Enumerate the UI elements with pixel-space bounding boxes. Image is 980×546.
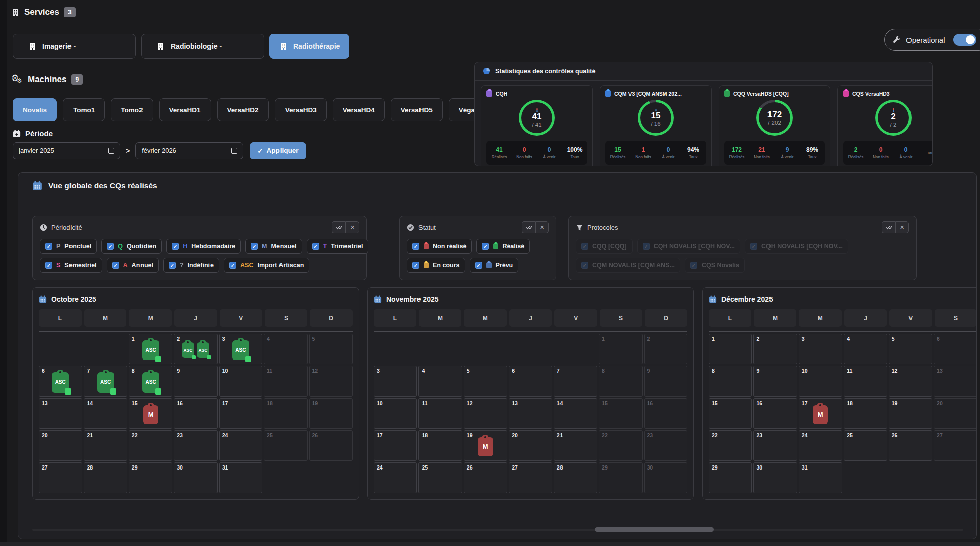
day-cell[interactable]: 10: [374, 398, 417, 429]
qc-badge-asc[interactable]: ASC: [142, 340, 159, 360]
periodicite-chip[interactable]: PPonctuel: [40, 239, 97, 254]
statut-chip[interactable]: Prévu: [470, 258, 519, 273]
day-cell[interactable]: 10: [799, 366, 842, 397]
day-cell[interactable]: 31: [219, 462, 262, 493]
periodicite-chip[interactable]: HHebdomadaire: [166, 239, 241, 254]
select-all-button[interactable]: [332, 221, 345, 233]
statut-chip[interactable]: Non réalisé: [407, 239, 472, 254]
day-cell[interactable]: 19: [889, 398, 932, 429]
day-cell[interactable]: 16: [753, 398, 797, 429]
horizontal-scrollbar-thumb[interactable]: [595, 527, 714, 532]
day-cell[interactable]: 12: [889, 366, 932, 397]
day-cell[interactable]: 1: [709, 334, 752, 364]
machine-button-3[interactable]: Tomo2: [111, 98, 153, 121]
day-cell[interactable]: 12: [309, 366, 353, 397]
statut-chip[interactable]: En cours: [407, 258, 465, 273]
day-cell[interactable]: 9: [753, 366, 797, 397]
day-cell[interactable]: 3ASC: [219, 334, 262, 364]
qc-badge-asc[interactable]: ASC: [52, 372, 69, 393]
qc-badge-asc[interactable]: ASC: [197, 342, 209, 358]
day-cell[interactable]: 23: [174, 430, 217, 461]
day-cell[interactable]: 25: [844, 430, 887, 461]
machine-button-6[interactable]: VersaHD3: [275, 98, 327, 121]
date-to-input[interactable]: février 2026: [135, 142, 243, 159]
day-cell[interactable]: 4: [418, 366, 462, 397]
day-cell[interactable]: 8: [709, 366, 752, 397]
periodicite-chip[interactable]: ?Indéfinie: [163, 258, 219, 273]
machine-button-1[interactable]: Novalis: [13, 98, 57, 121]
qc-badge-asc[interactable]: ASC: [182, 342, 194, 358]
protocoles-chip[interactable]: CQH NOVALIS [CQH NOV...: [745, 239, 848, 254]
day-cell[interactable]: 15: [599, 398, 642, 429]
day-cell[interactable]: 25: [418, 462, 462, 493]
day-cell[interactable]: 14: [84, 398, 127, 429]
day-cell[interactable]: 20: [509, 430, 552, 461]
day-cell[interactable]: 27: [39, 462, 82, 493]
periodicite-chip[interactable]: QQuotidien: [101, 239, 162, 254]
day-cell[interactable]: 30: [644, 462, 687, 493]
day-cell[interactable]: 15: [709, 398, 752, 429]
day-cell[interactable]: 12: [464, 398, 507, 429]
operational-toggle[interactable]: [953, 34, 976, 46]
day-cell[interactable]: 30: [753, 462, 797, 493]
day-cell[interactable]: 19M: [464, 430, 507, 461]
day-cell[interactable]: 17: [219, 398, 262, 429]
service-button-1[interactable]: Imagerie -: [13, 34, 136, 59]
day-cell[interactable]: 26: [889, 430, 932, 461]
qc-badge-asc[interactable]: ASC: [97, 372, 114, 393]
select-all-button[interactable]: [522, 221, 535, 233]
day-cell[interactable]: 18: [264, 398, 307, 429]
protocoles-chip[interactable]: CQH NOVALIS [CQH NOV...: [637, 239, 740, 254]
day-cell[interactable]: 21: [84, 430, 127, 461]
day-cell[interactable]: 2ASCASC: [174, 334, 217, 364]
machine-button-8[interactable]: VersaHD5: [391, 98, 443, 121]
day-cell[interactable]: 28: [554, 462, 597, 493]
periodicite-chip[interactable]: SSemestriel: [40, 258, 102, 273]
day-cell[interactable]: 14: [554, 398, 597, 429]
day-cell[interactable]: 5: [464, 366, 507, 397]
day-cell[interactable]: 26: [464, 462, 507, 493]
day-cell[interactable]: 20: [934, 398, 977, 429]
day-cell[interactable]: 8: [599, 366, 642, 397]
qc-badge-asc[interactable]: ASC: [232, 340, 249, 360]
apply-button[interactable]: ✓ Appliquer: [250, 142, 306, 159]
day-cell[interactable]: 6: [509, 366, 552, 397]
day-cell[interactable]: 11: [844, 366, 887, 397]
day-cell[interactable]: 2: [753, 334, 797, 364]
date-from-input[interactable]: janvier 2025: [13, 142, 120, 159]
day-cell[interactable]: 28: [84, 462, 127, 493]
qc-badge-m[interactable]: M: [813, 405, 828, 424]
machine-button-5[interactable]: VersaHD2: [217, 98, 269, 121]
day-cell[interactable]: 29: [709, 462, 752, 493]
day-cell[interactable]: 16: [644, 398, 687, 429]
machine-button-4[interactable]: VersaHD1: [159, 98, 211, 121]
periodicite-chip[interactable]: ASCImport Artiscan: [224, 258, 309, 273]
day-cell[interactable]: 31: [799, 462, 842, 493]
protocoles-chip[interactable]: CQS Novalis: [685, 258, 745, 273]
qc-badge-m[interactable]: M: [478, 437, 493, 456]
day-cell[interactable]: 3: [799, 334, 842, 364]
day-cell[interactable]: 1ASC: [129, 334, 172, 364]
clear-all-button[interactable]: ✕: [535, 221, 549, 233]
clear-all-button[interactable]: ✕: [345, 221, 359, 233]
periodicite-chip[interactable]: AAnnuel: [107, 258, 159, 273]
day-cell[interactable]: 22: [599, 430, 642, 461]
day-cell[interactable]: 17M: [799, 398, 842, 429]
day-cell[interactable]: 13: [934, 366, 977, 397]
day-cell[interactable]: 22: [129, 430, 172, 461]
protocoles-chip[interactable]: CQQ [CQQ]: [576, 239, 633, 254]
machine-button-7[interactable]: VersaHD4: [333, 98, 385, 121]
periodicite-chip[interactable]: MMensuel: [245, 239, 302, 254]
day-cell[interactable]: 19: [309, 398, 353, 429]
qc-badge-asc[interactable]: ASC: [142, 372, 159, 393]
day-cell[interactable]: 4: [264, 334, 307, 364]
day-cell[interactable]: 24: [374, 462, 417, 493]
day-cell[interactable]: 1: [599, 334, 642, 364]
day-cell[interactable]: 7ASC: [84, 366, 127, 397]
day-cell[interactable]: 7: [554, 366, 597, 397]
periodicite-chip[interactable]: TTrimestriel: [307, 239, 369, 254]
day-cell[interactable]: 21: [554, 430, 597, 461]
day-cell[interactable]: 27: [934, 430, 977, 461]
statut-chip[interactable]: Réalisé: [476, 239, 530, 254]
day-cell[interactable]: 6ASC: [39, 366, 82, 397]
